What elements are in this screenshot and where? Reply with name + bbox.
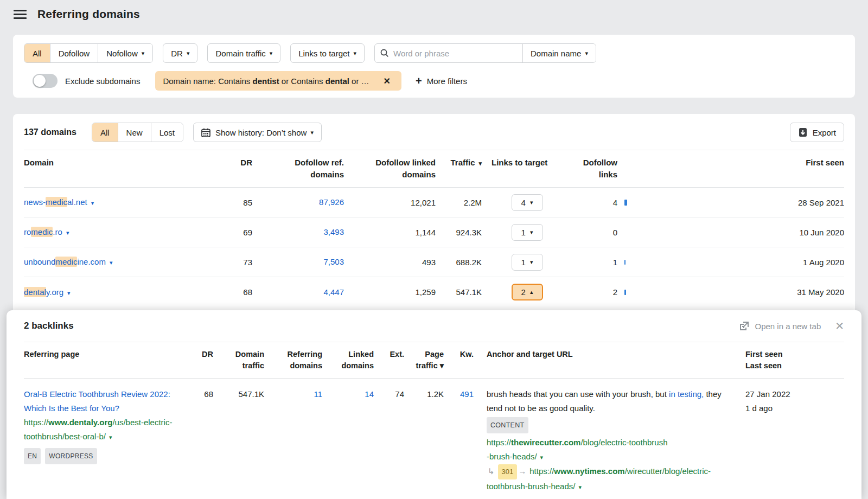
domain-link[interactable]: unboundmedicine.com (24, 257, 106, 267)
dofollow-ref-domains-link[interactable]: 3,493 (323, 227, 344, 236)
col-page-traffic-sorted[interactable]: Page traffic ▾ (404, 349, 444, 372)
col-dofollow-links[interactable]: Dofollow links (572, 157, 617, 181)
col-links-to-target[interactable]: Links to target (482, 157, 572, 169)
referring-domains-link[interactable]: 11 (314, 389, 322, 399)
domain-link[interactable]: dentaly.org (24, 287, 63, 297)
col-first-seen[interactable]: First seen (640, 157, 844, 169)
dr-value: 85 (231, 198, 252, 207)
col-traffic-sorted[interactable]: Traffic▾ (436, 157, 482, 169)
more-filters-button[interactable]: +More filters (416, 75, 467, 87)
tab-lost[interactable]: Lost (151, 123, 183, 142)
domain-link[interactable]: romedic.ro (24, 227, 62, 237)
domain-name-dropdown[interactable]: Domain name▾ (523, 44, 596, 62)
tab-all[interactable]: All (92, 123, 118, 142)
last-seen-value: 1 d ago (745, 404, 773, 413)
dofollow-ref-domains-link[interactable]: 87,926 (319, 197, 344, 207)
chevron-down-icon[interactable]: ▾ (109, 434, 112, 440)
plus-icon: + (416, 75, 422, 87)
redirect-line: ↳301→https://www.nytimes.com/wirecutter/… (487, 464, 738, 494)
traffic-value: 2.2M (436, 198, 482, 207)
show-history-dropdown[interactable]: Show history: Don’t show▾ (193, 123, 322, 142)
dofollow-ref-domains-link[interactable]: 7,503 (323, 257, 344, 266)
keyword-highlight: medic (55, 257, 77, 267)
traffic-value: 688.2K (436, 258, 482, 267)
chevron-down-icon: ▾ (187, 50, 190, 57)
redirect-arrow-icon: → (518, 466, 526, 476)
chevron-down-icon[interactable]: ▾ (110, 259, 113, 266)
col-dofollow-ref-domains[interactable]: Dofollow ref. domains (252, 157, 344, 181)
remove-filter-icon[interactable]: ✕ (380, 76, 394, 86)
links-to-target-filter-button[interactable]: Links to target▾ (290, 43, 365, 63)
external-link-icon (739, 321, 749, 331)
keyword-highlight: medic (46, 197, 67, 207)
traffic-value: 547.1K (436, 287, 482, 297)
table-row: romedic.ro▾ 69 3,493 1,144 924.3K 1▾ 0 1… (24, 217, 844, 247)
domain-traffic-filter-button[interactable]: Domain traffic▾ (207, 43, 280, 63)
chevron-down-icon[interactable]: ▾ (67, 290, 71, 296)
links-to-target-expander-open[interactable]: 2▴ (512, 284, 543, 300)
search-group: Domain name▾ (374, 43, 596, 63)
page-traffic-value: 1.2K (404, 387, 444, 401)
exclude-subdomains-toggle[interactable] (33, 74, 58, 88)
dofollow-links-bar (624, 290, 626, 295)
filter-dofollow[interactable]: Dofollow (50, 44, 99, 62)
search-icon (380, 49, 389, 57)
domain-link[interactable]: news-medical.net (24, 197, 87, 207)
col-domain[interactable]: Domain (24, 157, 231, 169)
keyword-highlight: dental (24, 287, 46, 297)
seen-values: 27 Jan 2022 1 d ago (738, 387, 844, 415)
chevron-down-icon: ▾ (353, 50, 356, 57)
redirect-301-badge: 301 (498, 464, 518, 479)
target-url-link[interactable]: https://thewirecutter.com/blog/electric-… (487, 438, 668, 461)
links-to-target-expander[interactable]: 1▾ (512, 224, 543, 241)
col-domain-traffic[interactable]: Domain traffic (213, 349, 264, 372)
col-linked-domains[interactable]: Linked domains (322, 349, 374, 372)
linked-domains-link[interactable]: 14 (365, 389, 374, 399)
chevron-down-icon: ▾ (142, 50, 145, 57)
chevron-down-icon[interactable]: ▾ (91, 200, 94, 206)
col-referring-page[interactable]: Referring page (24, 349, 179, 360)
filter-all[interactable]: All (24, 44, 50, 62)
col-anchor-target-url[interactable]: Anchor and target URL (474, 349, 738, 360)
search-input[interactable] (393, 49, 517, 58)
chip-text: Domain name: Contains dentist or Contain… (163, 76, 369, 86)
col-dr[interactable]: DR (179, 349, 213, 360)
anchor-link-text[interactable]: in testing, (669, 389, 704, 399)
dofollow-ref-domains-link[interactable]: 4,447 (323, 287, 344, 297)
chevron-down-icon: ▾ (585, 50, 588, 57)
col-referring-domains[interactable]: Referring domains (264, 349, 322, 372)
domains-table-header: Domain DR Dofollow ref. domains Dofollow… (24, 150, 844, 188)
referring-page-title-link[interactable]: Oral-B Electric Toothbrush Review 2022: … (24, 389, 170, 413)
referring-page-url[interactable]: https://www.dentaly.org/us/best-electric… (24, 418, 172, 441)
dofollow-links-value: 4 (572, 198, 617, 207)
ext-value: 74 (374, 387, 404, 401)
links-to-target-expander[interactable]: 1▾ (512, 254, 543, 271)
col-first-last-seen[interactable]: First seen Last seen (738, 349, 844, 372)
col-ext[interactable]: Ext. (374, 349, 404, 360)
domain-name-filter-chip[interactable]: Domain name: Contains dentist or Contain… (155, 71, 401, 91)
dr-value: 68 (231, 287, 252, 297)
traffic-value: 924.3K (436, 228, 482, 237)
dr-filter-button[interactable]: DR▾ (163, 43, 197, 63)
chevron-down-icon[interactable]: ▾ (578, 484, 582, 490)
kw-link[interactable]: 491 (460, 389, 474, 399)
dofollow-links-bar (624, 260, 626, 265)
col-dofollow-linked-domains[interactable]: Dofollow linked domains (344, 157, 436, 181)
col-kw[interactable]: Kw. (444, 349, 474, 360)
chevron-down-icon[interactable]: ▾ (540, 454, 544, 460)
col-dr[interactable]: DR (231, 157, 252, 169)
hamburger-menu-icon[interactable] (14, 10, 27, 19)
close-icon[interactable]: ✕ (835, 319, 844, 332)
exclude-subdomains-label: Exclude subdomains (65, 76, 140, 86)
tab-new[interactable]: New (118, 123, 151, 142)
table-row: dentaly.org▾ 68 4,447 1,259 547.1K 2▴ 2 … (24, 277, 844, 307)
links-to-target-expander[interactable]: 4▾ (512, 194, 543, 211)
dofollow-linked-value: 1,259 (344, 287, 436, 297)
export-button[interactable]: Export (790, 123, 844, 142)
keyword-highlight: medic (31, 227, 53, 237)
filter-nofollow[interactable]: Nofollow▾ (98, 44, 152, 62)
search-box (375, 44, 523, 62)
chevron-down-icon[interactable]: ▾ (66, 229, 69, 236)
open-in-new-tab-button[interactable]: Open in a new tab (739, 321, 821, 331)
dr-value: 73 (231, 258, 252, 267)
